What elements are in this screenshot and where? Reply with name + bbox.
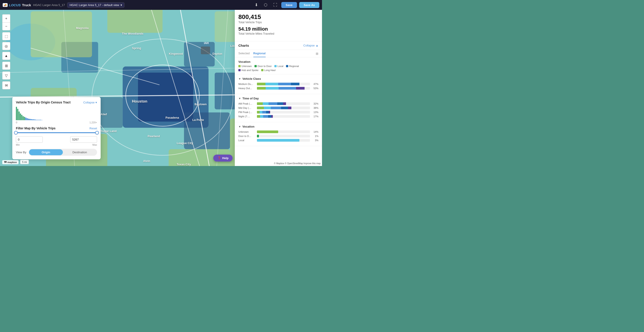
chevron-down-icon: ▾ [120,3,122,7]
layers-button[interactable]: ⊞ [2,62,10,70]
tab-selected[interactable]: Selected [238,50,250,57]
zoom-in-button[interactable]: + [2,14,10,22]
vocation2-section: ▼ Vocation Unknown 14% Door to D… 1% Loc… [235,122,322,146]
min-label: Min [16,143,43,146]
hist-bar [20,113,21,120]
histogram-axis: 0 1,220+ [16,121,97,124]
filter-button[interactable]: ▽ [2,71,10,79]
bar-pct-pmpeak: 13% [312,111,318,113]
top-navbar: 🚚 LOCUS Truck HGAC Larger Area 5_17 HGAC… [0,0,322,10]
legend-dot-regional [286,65,288,67]
viewby-origin-button[interactable]: Origin [29,149,63,155]
chart-tabs: Selected Regional [238,50,316,57]
bar-row-medium-duty: Medium Du... 47% [238,83,318,85]
bar-pct-medium-duty: 47% [312,83,318,85]
help-icon: ❓ [217,156,221,160]
filter-reset-button[interactable]: Reset [90,127,97,130]
bar-row-pmpeak: PM Peak (… 13% [238,111,318,113]
bar-local [257,139,310,142]
bar-row-heavy-duty: Heavy Dut... 53% [238,87,318,90]
hist-bar [36,120,37,120]
bar-pct-unknown: 14% [312,130,318,133]
range-thumb-min[interactable] [14,131,18,134]
bar-pmpeak [257,111,310,113]
hist-bar [37,120,38,120]
bar-night [257,115,310,118]
legend-dot-unknown [238,65,240,67]
axis-min: 0 [16,121,17,124]
left-panel: Vehicle Trips By Origin Census Tract Col… [12,97,100,159]
hist-bar [25,117,26,120]
range-slider[interactable] [16,132,97,133]
hist-bar [28,119,29,120]
legend-dot-doortodoor [254,65,257,67]
view-dropdown[interactable]: HGAC Larger Area 5_17 - default view ▾ [67,2,124,8]
bar-row-midday: Mid Day (… 38% [238,107,318,109]
legend-longhaul: Long Haul [261,69,276,71]
bar-label-heavy-duty: Heavy Dut... [238,87,255,90]
vocation2-title: Vocation [242,125,254,128]
hist-bar [32,119,33,120]
histogram-collapse-button[interactable]: Collapse ▾ [83,101,97,104]
bar-label-night: Night (7:… [238,115,255,118]
mapbox-logo: 🗺 mapbox [2,160,18,164]
vocation-title: Vocation [238,60,318,63]
viewby-section: View By Origin Destination [16,149,97,156]
bar-medium-duty [257,83,310,85]
bar-label-local: Local [238,139,255,142]
min-input-group: Min [16,136,43,146]
map-controls: + − ⬚ ◎ ▲ ⊞ ▽ ✉ [2,14,10,89]
compass-button[interactable]: ▲ [2,52,10,60]
viewby-destination-button[interactable]: Destination [63,149,96,155]
filter-title: Filter Map By Vehicle Trips [16,126,56,130]
hist-bar [29,119,30,120]
total-trips-label: Total Vehicle Trips [238,20,318,24]
range-max-input[interactable] [70,136,97,143]
viewby-label: View By [16,151,26,154]
hist-bar [35,119,36,120]
svg-rect-11 [31,11,92,57]
voc2-collapse-arrow[interactable]: ▼ [238,125,241,128]
legend-local: Local [274,65,283,67]
bar-pct-heavy-duty: 53% [312,87,318,90]
hist-bar [22,116,24,120]
download-icon[interactable]: ⬇ [253,1,260,8]
location-button[interactable]: ◎ [2,42,10,50]
scale-bar: 5 mi [20,160,29,164]
vocation-legend: Vocation Unknown Door to Door Local Regi… [235,57,322,74]
select-tool-button[interactable]: ⬚ [2,32,10,40]
axis-max: 1,220+ [90,121,97,124]
vc-collapse-arrow[interactable]: ▼ [238,77,241,80]
save-as-button[interactable]: Save As [299,2,319,8]
legend-dot-longhaul [261,69,264,71]
bar-pct-local: 3% [312,139,318,142]
bar-pct-ampeak: 32% [312,102,318,105]
help-button[interactable]: ❓ Help [213,155,232,162]
fullscreen-icon[interactable]: ⛶ [272,2,279,8]
chart-grid-icon[interactable]: ⊞ [316,50,318,57]
total-miles-number: 54.19 million [238,26,318,32]
hist-bar [21,115,22,120]
tod-collapse-arrow[interactable]: ▼ [238,97,241,100]
histogram-chart [16,107,97,120]
app-sub: Truck [22,3,31,7]
share-icon[interactable]: ⬡ [262,1,269,8]
legend-dot-local [274,65,276,67]
save-button[interactable]: Save [281,2,297,8]
app-name: LOCUS [9,3,21,7]
charts-collapse-button[interactable]: Collapse ▲ [304,44,318,47]
range-thumb-max[interactable] [95,131,99,134]
stats-header: 800,415 Total Vehicle Trips 54.19 millio… [235,10,322,41]
bar-row-night: Night (7:… 17% [238,115,318,118]
time-of-day-section: ▼ Time of Day AM Peak (… 32% Mid Day (… [235,94,322,122]
charts-title: Charts [238,43,249,47]
zoom-out-button[interactable]: − [2,22,10,30]
tab-regional[interactable]: Regional [253,50,266,57]
hist-bar [39,120,40,120]
bar-row-doortodoor: Door to D… 1% [238,135,318,137]
range-min-input[interactable] [16,136,43,143]
mapbox-icon: 🗺 [4,161,6,164]
app-logo: 🚚 LOCUS Truck [3,3,31,7]
message-button[interactable]: ✉ [2,81,10,89]
mapbox-attribution: © Mapbox © OpenStreetMap Improve this ma… [272,162,322,165]
